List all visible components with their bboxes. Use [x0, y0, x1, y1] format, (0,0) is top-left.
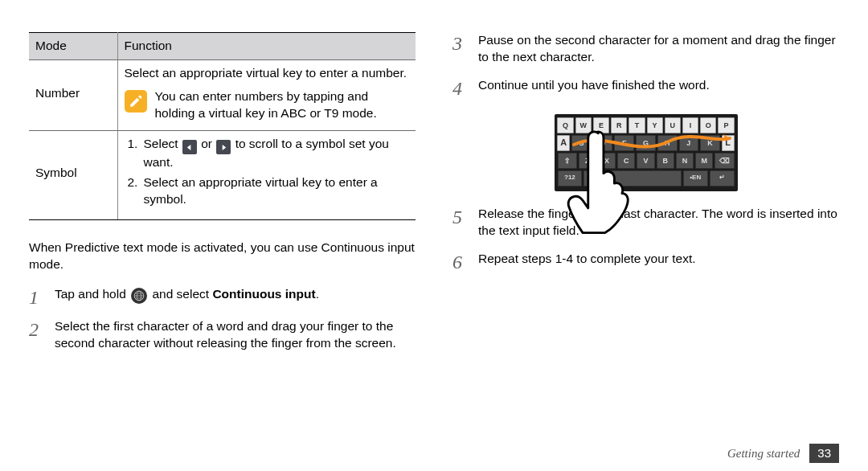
number-desc: Select an appropriate virtual key to ent…	[125, 65, 410, 82]
triangle-right-icon	[216, 140, 231, 154]
step-number: 2	[29, 318, 43, 352]
keyboard-key: Y	[647, 117, 663, 133]
continuous-input-label: Continuous input	[212, 287, 315, 301]
keyboard-key: B	[657, 153, 674, 169]
step-number: 4	[452, 77, 467, 98]
step-2: 2 Select the first character of a word a…	[29, 318, 416, 352]
mode-symbol-label: Symbol	[29, 130, 117, 219]
number-note: You can enter numbers by tapping and hol…	[155, 88, 410, 122]
predictive-text-paragraph: When Predictive text mode is activated, …	[29, 240, 416, 273]
symbol-step1: 1. Select or to scroll to a symbol set y…	[128, 136, 410, 171]
keyboard-key: I	[682, 117, 698, 133]
keyboard-key: •EN	[683, 170, 708, 186]
page-number: 33	[809, 444, 839, 463]
step-number: 6	[452, 251, 467, 272]
th-mode: Mode	[29, 33, 117, 60]
mode-number-label: Number	[29, 59, 117, 130]
step-4: 4 Continue until you have finished the w…	[452, 77, 839, 98]
keyboard-key: K	[700, 135, 720, 151]
keyboard-key: ⌫	[714, 153, 734, 169]
step-3: 3 Pause on the second character for a mo…	[452, 32, 839, 66]
keyboard-key: P	[718, 117, 734, 133]
mode-number-function: Select an appropriate virtual key to ent…	[117, 59, 416, 130]
step-number: 1	[29, 286, 43, 307]
table-row: Symbol 1. Select or to scroll to a symbo…	[29, 130, 416, 219]
mode-function-table: Mode Function Number Select an appropria…	[29, 32, 416, 220]
th-function: Function	[117, 33, 416, 60]
keyboard-key: H	[657, 135, 678, 151]
triangle-left-icon	[182, 140, 197, 154]
left-column: Mode Function Number Select an appropria…	[29, 32, 416, 471]
keyboard-key: O	[700, 117, 716, 133]
keyboard-key: ↵	[710, 170, 735, 186]
note-icon	[125, 90, 147, 113]
keyboard-key: N	[676, 153, 694, 169]
table-row: Number Select an appropriate virtual key…	[29, 59, 416, 130]
keyboard-key: J	[679, 135, 699, 151]
symbol-step2: 2. Select an appropriate virtual key to …	[128, 174, 410, 208]
right-column: 3 Pause on the second character for a mo…	[452, 32, 839, 471]
hand-icon	[564, 129, 641, 236]
page-footer: Getting started 33	[727, 444, 839, 463]
keyboard-illustration: QWERTYUIOP ASDFGHJKL ⇧ZXCVBNM⌫ ?12⚙•EN↵	[452, 114, 839, 191]
section-title: Getting started	[727, 445, 800, 461]
step-5: 5 Release the finger on the last charact…	[452, 206, 839, 240]
step-6: 6 Repeat steps 1-4 to complete your text…	[452, 251, 839, 272]
keyboard-key: M	[695, 153, 713, 169]
globe-icon	[131, 288, 147, 304]
step-1: 1 Tap and hold and select Continuous inp…	[29, 286, 416, 307]
mode-symbol-function: 1. Select or to scroll to a symbol set y…	[117, 130, 416, 219]
step-number: 3	[452, 32, 467, 66]
keyboard-key: U	[665, 117, 681, 133]
step-number: 5	[452, 206, 467, 240]
keyboard-key: L	[722, 135, 735, 151]
